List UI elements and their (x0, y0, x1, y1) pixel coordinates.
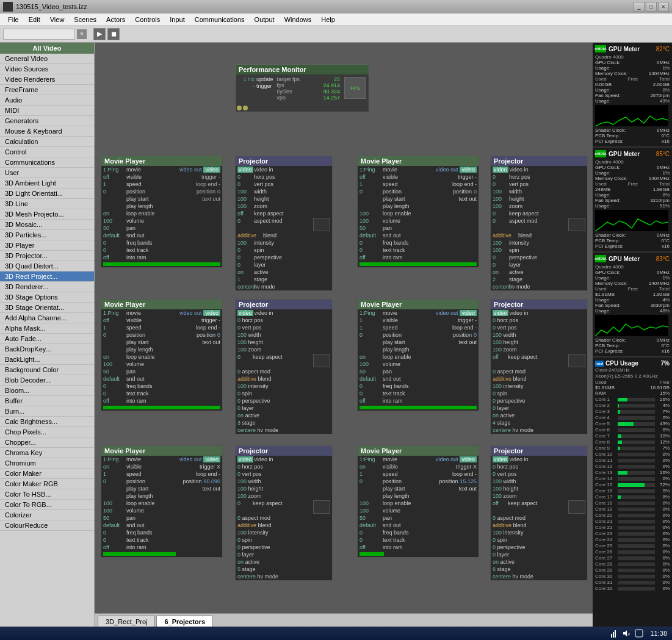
movie-player-1[interactable]: Movie Player 1:Pingmovie video out video… (101, 156, 223, 268)
sidebar-item-color-maker[interactable]: Color Maker (0, 469, 94, 479)
sidebar-item-generators[interactable]: Generators (0, 116, 94, 126)
sidebar-item-video-sources[interactable]: Video Sources (0, 64, 94, 74)
sidebar-item-chopper[interactable]: Chopper... (0, 437, 94, 448)
sidebar-item-freeframe[interactable]: FreeFrame (0, 85, 94, 95)
projector-3[interactable]: Projector videovideo in 0 horz pos 0 ver… (235, 299, 333, 434)
proj1-row-blend: additiveblend (236, 232, 332, 239)
close-button[interactable]: × (658, 2, 669, 12)
sidebar-item-3d-projector[interactable]: 3D Projector... (0, 251, 94, 261)
movie-player-3[interactable]: Movie Player 1:Pingmovievideo outvideo o… (101, 299, 223, 411)
sidebar-item-communications[interactable]: Communications (0, 157, 94, 168)
gpu3-usage2: Usage:4% (595, 297, 670, 303)
sidebar-item-3d-particles[interactable]: 3D Particles... (0, 230, 94, 240)
movie-player-5[interactable]: Movie Player 1:Pingmovievideo outvideo o… (101, 445, 223, 558)
sidebar-item-3d-line[interactable]: 3D Line (0, 199, 94, 209)
gpu3-subtitle: Quadro 4000 (595, 264, 670, 270)
sidebar-item-3d-quad-distort[interactable]: 3D Quad Distort... (0, 261, 94, 271)
search-clear-button[interactable]: × (77, 29, 87, 39)
mp6-row-volume: 100volume (358, 507, 479, 514)
sidebar-item-bloom[interactable]: Bloom... (0, 386, 94, 396)
sidebar-item-backlight[interactable]: BackLight... (0, 354, 94, 365)
gpu1-fan-usage: Usage:43% (595, 98, 670, 104)
sidebar-item-3d-player[interactable]: 3D Player (0, 240, 94, 251)
menu-file[interactable]: File (3, 15, 24, 24)
sidebar-item-general-video[interactable]: General Video (0, 54, 94, 64)
proj4-row-videoin: videovideo in (491, 309, 587, 317)
minimize-button[interactable]: _ (634, 2, 645, 12)
sidebar-item-3d-stage-orientat[interactable]: 3D Stage Orientat... (0, 303, 94, 313)
search-input[interactable] (5, 31, 73, 38)
tab-6-projectors[interactable]: 6_Projectors (156, 616, 213, 627)
mp2-row-volume: 100volume (358, 217, 479, 225)
projector-1[interactable]: Projector videovideo in 0horz pos 0vert … (235, 156, 333, 291)
menu-help[interactable]: Help (316, 15, 340, 24)
projector-4[interactable]: Projector videovideo in 0 horz pos 0 ver… (490, 299, 588, 434)
sidebar-item-3d-ambient-light[interactable]: 3D Ambient Light (0, 178, 94, 189)
sidebar-item-buffer[interactable]: Buffer (0, 396, 94, 406)
sidebar-item-calculation[interactable]: Calculation (0, 137, 94, 147)
mp5-header: Movie Player (101, 446, 222, 456)
sidebar-item-audio[interactable]: Audio (0, 95, 94, 106)
sidebar-item-color-to-hsb[interactable]: Color To HSB... (0, 489, 94, 500)
perf-monitor-node[interactable]: Performance Monitor 1 Hz update - trigge… (235, 64, 369, 112)
sidebar-item-color-maker-rgb[interactable]: Color Maker RGB (0, 479, 94, 489)
proj4-row-layer: 0 layer (491, 404, 587, 412)
sidebar-item-3d-light[interactable]: 3D Light Orientati... (0, 189, 94, 199)
sidebar-item-alpha-mask[interactable]: Alpha Mask... (0, 323, 94, 334)
gpu2-mem-labels: UsedFreeTotal (595, 181, 670, 187)
sidebar-item-chroma-key[interactable]: Chroma Key (0, 448, 94, 458)
sidebar-item-video-renderers[interactable]: Video Renderers (0, 74, 94, 85)
sidebar-item-blob-decoder[interactable]: Blob Decoder... (0, 375, 94, 386)
sidebar-item-3d-renderer[interactable]: 3D Renderer... (0, 282, 94, 292)
sidebar-item-3d-stage-options[interactable]: 3D Stage Options (0, 292, 94, 303)
sidebar-item-background-color[interactable]: Background Color (0, 365, 94, 375)
cpu-core-24-bar-bg (618, 538, 655, 542)
cpu-core-20-val: 0% (656, 512, 670, 518)
tab-3d-rect-proj[interactable]: 3D_Rect_Proj (98, 616, 155, 627)
proj1-row-active: onactive (236, 268, 332, 276)
menu-edit[interactable]: Edit (24, 15, 45, 24)
menu-view[interactable]: View (45, 15, 70, 24)
menu-controls[interactable]: Controls (130, 15, 165, 24)
gpu1-graph (595, 105, 668, 126)
sidebar-item-calc-brightness[interactable]: Calc Brightness... (0, 417, 94, 427)
sidebar-item-add-alpha[interactable]: Add Alpha Channe... (0, 313, 94, 323)
menu-communications[interactable]: Communications (190, 15, 250, 24)
menu-windows[interactable]: Windows (280, 15, 317, 24)
menu-actors[interactable]: Actors (101, 15, 130, 24)
sidebar-item-control[interactable]: Control (0, 147, 94, 157)
toolbar-icon1[interactable]: ▶ (93, 28, 106, 40)
menu-output[interactable]: Output (250, 15, 280, 24)
sidebar-item-midi[interactable]: MIDI (0, 106, 94, 116)
mp5-row-playlength: play length (101, 492, 222, 500)
mp1-row-position: 0position position 0 (101, 188, 222, 195)
mp5-row-speed: 1speedloop end - (101, 470, 222, 478)
movie-player-2[interactable]: Movie Player 1:Pingmovie video out video… (357, 156, 479, 268)
sidebar-item-chromium[interactable]: Chromium (0, 458, 94, 469)
sidebar-item-3d-mosaic[interactable]: 3D Mosaic... (0, 220, 94, 230)
movie-player-6[interactable]: Movie Player 1:Pingmovievideo outvideo o… (357, 445, 479, 558)
sidebar-item-color-to-rgb[interactable]: Color To RGB... (0, 500, 94, 510)
menu-scenes[interactable]: Scenes (69, 15, 101, 24)
maximize-button[interactable]: □ (646, 2, 657, 12)
gpu2-logo: nVIDIA (595, 150, 606, 157)
sidebar-item-burn[interactable]: Burn... (0, 406, 94, 417)
movie-player-4[interactable]: Movie Player 1:Pingmovievideo outvideo 1… (357, 299, 479, 411)
sidebar-item-backdropkey[interactable]: BackDropKey... (0, 344, 94, 354)
sidebar-item-mouse-keyboard[interactable]: Mouse & Keyboard (0, 126, 94, 137)
projector-2[interactable]: Projector videovideo in 0horz pos 0vert … (490, 156, 588, 291)
sidebar-item-colourreduce[interactable]: ColourReduce (0, 520, 94, 531)
sidebar-item-user[interactable]: User (0, 168, 94, 178)
sidebar-item-3d-rect-project[interactable]: 3D Rect Project... (0, 271, 94, 282)
projector-5[interactable]: Projector videovideo in 0 horz pos 0 ver… (235, 445, 333, 581)
toolbar-icon2[interactable]: ◼ (107, 28, 120, 40)
projector-6[interactable]: Projector videovideo in 0 horz pos 0 ver… (490, 445, 588, 581)
proj4-row-blend: additive blend (491, 375, 587, 383)
sidebar-item-3d-mesh[interactable]: 3D Mesh Projecto... (0, 209, 94, 220)
sidebar-item-colorizer[interactable]: Colorizer (0, 510, 94, 520)
sidebar-item-chop-pixels[interactable]: Chop Pixels... (0, 427, 94, 437)
svg-rect-0 (611, 634, 612, 638)
sidebar-item-auto-fade[interactable]: Auto Fade... (0, 334, 94, 344)
menu-input[interactable]: Input (165, 15, 189, 24)
proj3-row-vertpos: 0 vert pos (236, 324, 332, 331)
